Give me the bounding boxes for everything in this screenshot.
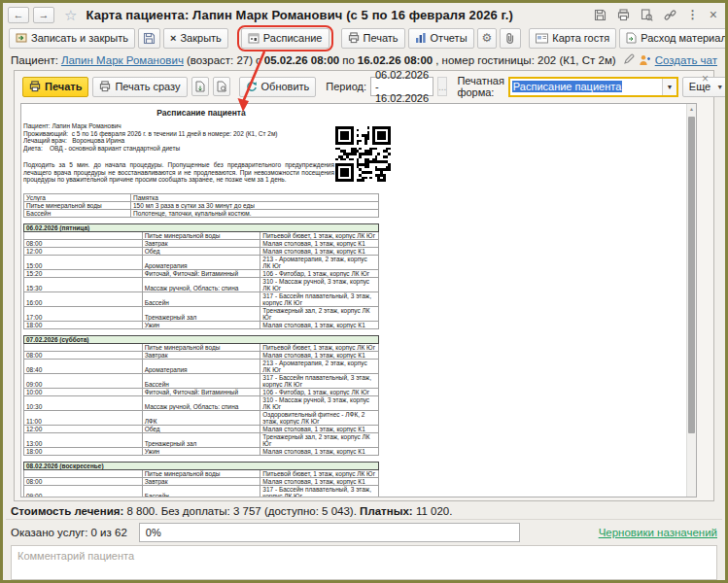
memo-cell: Бассейн: [24, 209, 131, 217]
patient-comment-input[interactable]: [11, 545, 717, 580]
close-button[interactable]: × Закрыть: [163, 28, 228, 49]
schedule-time: 16:00: [24, 292, 143, 306]
printer-icon: [348, 32, 360, 44]
window-close-icon[interactable]: ×: [710, 8, 717, 21]
schedule-row: 12:00ОбедМалая столовая, 1 этаж, корпус …: [24, 247, 379, 255]
schedule-time: 13:00: [24, 432, 143, 447]
schedule-location: Малая столовая, 1 этаж, корпус К1: [260, 447, 379, 455]
schedule-service: Бассейн: [142, 373, 260, 388]
schedule-time: 10:00: [24, 388, 143, 395]
schedule-location: Малая столовая, 1 этаж, корпус К1: [260, 351, 379, 359]
save-to-file-button[interactable]: [191, 77, 209, 96]
combo-dropdown-arrow[interactable]: ▼: [662, 79, 676, 95]
bar-chart-icon: [415, 32, 427, 44]
schedule-row: Питье минеральной водыПитьевой бювет, 1 …: [24, 469, 379, 477]
print-label: Печать: [364, 32, 399, 44]
schedule-button[interactable]: Расписание: [241, 28, 329, 49]
schedule-service: Ужин: [142, 321, 260, 328]
schedule-location: 317 - Бассейн плавательный, 3 этаж, корп…: [260, 292, 379, 306]
patient-name-link[interactable]: Лапин Марк Романович: [61, 54, 184, 66]
print-form-value: Расписание пациента: [510, 81, 662, 92]
memo-header-row: Услуга Памятка: [24, 193, 379, 201]
schedule-row: 10:30Массаж ручной, Область: спина310 - …: [24, 395, 379, 410]
back-button[interactable]: ←: [8, 7, 29, 23]
period-more-button[interactable]: ...: [437, 77, 447, 96]
schedule-time: 12:00: [24, 247, 143, 255]
footer-separator: [6, 519, 722, 520]
guest-card-button[interactable]: Карта гостя: [529, 28, 616, 49]
preview-print-label: Печать: [45, 81, 82, 92]
schedule-service: Тренажерный зал: [142, 432, 260, 447]
scrollbar-thumb[interactable]: [688, 117, 695, 433]
schedule-location: Малая столовая, 1 этаж, корпус К1: [260, 321, 379, 328]
document-title: Расписание пациента: [23, 109, 379, 118]
schedule-time: 08:00: [24, 239, 143, 247]
forward-button[interactable]: →: [33, 7, 54, 23]
schedule-row: Питье минеральной водыПитьевой бювет, 1 …: [24, 231, 379, 239]
schedule-service: Завтрак: [142, 351, 260, 359]
schedule-service: Фиточай, Фиточай: Витаминный: [142, 388, 260, 395]
page-preview-button[interactable]: [213, 77, 230, 96]
services-rendered-label: Оказано услуг: 0 из 62: [11, 527, 127, 538]
stay-date-from: 05.02.26 08:00: [264, 54, 339, 66]
refresh-button[interactable]: Обновить: [239, 77, 317, 97]
schedule-time: 10:30: [24, 395, 143, 410]
schedule-location: 317 - Бассейн плавательный, 3 этаж, корп…: [260, 373, 379, 388]
day-schedule-table: 06.02.2026 (пятница)Питье минеральной во…: [23, 223, 379, 329]
titlebar-actions: ⋮ ×: [594, 8, 717, 21]
document-scrollbar[interactable]: ▲: [686, 104, 696, 497]
period-input[interactable]: 06.02.2026 - 16.02.2026: [370, 77, 433, 96]
materials-button[interactable]: Расход материалов ▼: [619, 28, 728, 49]
schedule-time: 08:00: [24, 477, 143, 485]
print-now-button[interactable]: Печать сразу: [92, 77, 187, 97]
schedule-time: 09:00: [24, 485, 143, 497]
schedule-time: 15:20: [24, 269, 143, 277]
print-icon[interactable]: [617, 9, 630, 21]
edit-pencil-icon[interactable]: [623, 53, 635, 67]
forward-icon: →: [39, 9, 50, 20]
save-and-close-button[interactable]: Записать и закрыть: [9, 28, 135, 49]
attachments-button[interactable]: [500, 28, 521, 49]
schedule-time: 11:00: [24, 410, 143, 425]
schedule-time: [24, 343, 143, 351]
annotation-highlight-ring: Расписание: [237, 25, 333, 51]
schedule-row: 08:00ЗавтракМалая столовая, 1 этаж, корп…: [24, 351, 379, 359]
stay-from-word: с: [256, 54, 261, 66]
printer-icon: [99, 81, 111, 92]
services-progress-row: Оказано услуг: 0 из 62 0% Черновики назн…: [11, 522, 717, 543]
more-menu-icon[interactable]: ⋮: [687, 9, 699, 20]
materials-label: Расход материалов: [641, 32, 728, 44]
drafts-link[interactable]: Черновики назначений: [599, 527, 717, 538]
schedule-row: 12:00ОбедМалая столовая, 1 этаж, корпус …: [24, 425, 379, 432]
card-icon: [536, 33, 548, 44]
print-form-combo[interactable]: Расписание пациента ▼: [508, 77, 678, 97]
memo-header-service: Услуга: [24, 193, 131, 201]
schedule-location: 310 - Массаж ручной, 3 этаж, корпус ЛК Ю…: [260, 395, 379, 410]
services-button[interactable]: ⚙: [477, 28, 498, 49]
preview-print-button[interactable]: Печать: [22, 77, 88, 97]
day-sections: 06.02.2026 (пятница)Питье минеральной во…: [23, 223, 686, 498]
schedule-time: 15:00: [24, 255, 143, 269]
link-icon[interactable]: [664, 9, 676, 21]
create-chat-link[interactable]: Создать чат: [655, 54, 717, 66]
preview-icon[interactable]: [641, 9, 653, 21]
schedule-row: 08:40Ароматерапия213 - Ароматерапия, 2 э…: [24, 359, 379, 373]
memo-table: Услуга Памятка Питье минеральной воды150…: [23, 193, 379, 218]
favorite-star-icon[interactable]: ☆: [64, 8, 77, 22]
save-icon[interactable]: [594, 9, 607, 21]
scroll-up-icon[interactable]: ▲: [689, 106, 694, 112]
schedule-location: Малая столовая, 1 этаж, корпус К1: [260, 247, 379, 255]
print-button[interactable]: Печать: [341, 28, 405, 49]
page-title: Карта пациента: Лапин Марк Романович (с …: [86, 8, 513, 22]
reports-button[interactable]: Отчеты: [408, 28, 474, 49]
preview-close-icon[interactable]: ×: [702, 72, 709, 86]
save-button[interactable]: [138, 28, 160, 49]
schedule-location: Малая столовая, 1 этаж, корпус К1: [260, 239, 379, 247]
schedule-service: Бассейн: [142, 485, 260, 497]
schedule-document: Расписание пациента Пациент: Лапин Марк …: [21, 104, 686, 497]
schedule-location: Малая столовая, 1 этаж, корпус К1: [260, 477, 379, 485]
day-schedule-table: 08.02.2026 (воскресенье)Питье минерально…: [23, 462, 379, 498]
schedule-location: Тренажерный зал, 2 этаж, корпус ЛК Юг: [260, 306, 379, 321]
patient-label: Пациент:: [11, 54, 58, 66]
schedule-service: Обед: [142, 425, 260, 432]
